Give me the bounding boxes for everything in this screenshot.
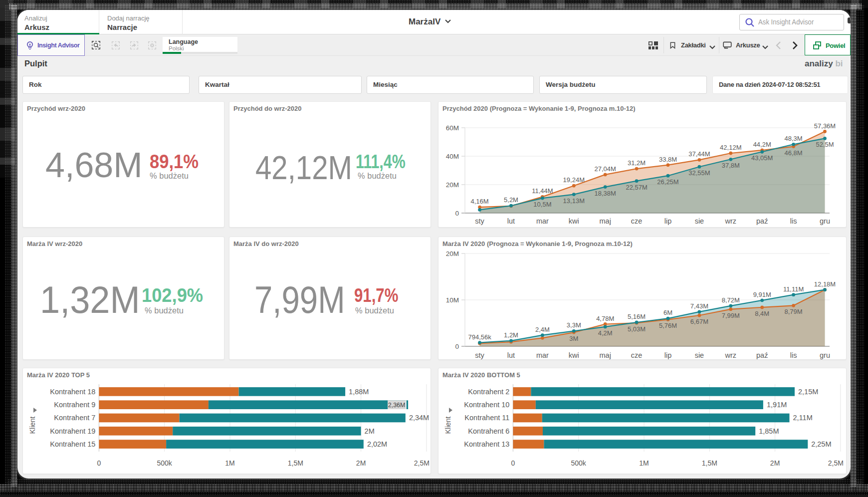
svg-text:wrz: wrz	[725, 351, 737, 359]
svg-text:Kontrahent 13: Kontrahent 13	[464, 440, 509, 448]
svg-text:2,02M: 2,02M	[367, 440, 387, 448]
svg-text:22,57M: 22,57M	[626, 184, 647, 191]
svg-text:kwi: kwi	[569, 351, 579, 359]
svg-text:48,3M: 48,3M	[785, 135, 803, 142]
svg-text:5,16M: 5,16M	[628, 313, 646, 320]
svg-text:Klient: Klient	[444, 416, 452, 434]
svg-text:1M: 1M	[225, 459, 234, 467]
svg-text:mar: mar	[536, 217, 549, 225]
svg-text:7,43M: 7,43M	[690, 302, 708, 310]
svg-text:19,24M: 19,24M	[563, 176, 585, 184]
svg-text:5,03M: 5,03M	[628, 325, 646, 333]
svg-text:10,5M: 10,5M	[533, 201, 551, 208]
svg-text:0: 0	[455, 210, 459, 217]
svg-text:8,72M: 8,72M	[722, 296, 740, 304]
svg-text:Kontrahent 2: Kontrahent 2	[468, 388, 509, 396]
svg-text:60M: 60M	[446, 124, 459, 132]
svg-text:18,38M: 18,38M	[595, 190, 616, 197]
svg-text:lip: lip	[664, 351, 672, 359]
svg-text:cze: cze	[631, 351, 643, 359]
svg-text:cze: cze	[631, 217, 643, 225]
svg-text:4,78M: 4,78M	[596, 315, 614, 322]
svg-text:6M: 6M	[663, 309, 672, 316]
svg-text:maj: maj	[600, 351, 611, 359]
svg-text:2,4M: 2,4M	[535, 326, 550, 333]
svg-text:9,91M: 9,91M	[753, 291, 771, 298]
svg-text:1,5M: 1,5M	[702, 459, 717, 467]
svg-text:sie: sie	[695, 351, 704, 359]
svg-text:1,85M: 1,85M	[759, 427, 779, 435]
svg-text:500k: 500k	[157, 459, 173, 467]
svg-text:1,5M: 1,5M	[288, 459, 303, 467]
svg-text:sie: sie	[695, 217, 704, 225]
svg-text:1,88M: 1,88M	[349, 388, 369, 396]
svg-text:Kontrahent 19: Kontrahent 19	[50, 427, 95, 435]
svg-text:lut: lut	[507, 351, 515, 359]
svg-text:wrz: wrz	[725, 217, 737, 225]
svg-text:40M: 40M	[446, 153, 459, 160]
svg-text:27,04M: 27,04M	[595, 165, 616, 173]
svg-text:8,79M: 8,79M	[785, 308, 803, 315]
svg-text:sty: sty	[475, 351, 484, 359]
svg-text:6,67M: 6,67M	[690, 318, 708, 325]
svg-text:0: 0	[97, 459, 101, 467]
svg-text:26,25M: 26,25M	[657, 178, 678, 186]
svg-text:8,4M: 8,4M	[755, 310, 769, 317]
svg-text:20M: 20M	[446, 181, 459, 189]
svg-text:sty: sty	[475, 217, 484, 225]
svg-text:gru: gru	[820, 217, 830, 225]
svg-text:794,56k: 794,56k	[468, 333, 491, 341]
svg-text:37,44M: 37,44M	[688, 150, 710, 158]
svg-text:57,36M: 57,36M	[814, 122, 836, 130]
svg-text:Kontrahent 18: Kontrahent 18	[50, 388, 95, 396]
svg-text:2M: 2M	[356, 459, 366, 467]
svg-text:3,3M: 3,3M	[567, 321, 581, 329]
svg-text:2,15M: 2,15M	[798, 388, 818, 396]
svg-text:lip: lip	[664, 217, 672, 225]
svg-text:2,25M: 2,25M	[811, 440, 831, 448]
svg-text:7,99M: 7,99M	[722, 312, 740, 319]
svg-text:kwi: kwi	[569, 217, 579, 225]
svg-text:32,55M: 32,55M	[688, 169, 710, 177]
svg-text:mar: mar	[536, 351, 549, 359]
svg-text:11,44M: 11,44M	[532, 187, 553, 195]
svg-text:0: 0	[455, 343, 459, 350]
svg-text:33,8M: 33,8M	[659, 156, 677, 163]
svg-text:Kontrahent 15: Kontrahent 15	[50, 440, 95, 448]
svg-text:31,2M: 31,2M	[628, 159, 646, 167]
svg-text:4,2M: 4,2M	[598, 329, 613, 337]
svg-text:20M: 20M	[446, 250, 459, 257]
svg-text:paź: paź	[756, 351, 768, 359]
svg-text:11,11M: 11,11M	[783, 285, 804, 293]
svg-text:10M: 10M	[446, 296, 459, 304]
svg-text:Kontrahent 10: Kontrahent 10	[464, 401, 509, 409]
svg-text:2,5M: 2,5M	[414, 459, 430, 467]
svg-text:3M: 3M	[569, 335, 578, 342]
svg-text:12,18M: 12,18M	[814, 280, 836, 288]
svg-text:lis: lis	[790, 351, 797, 359]
svg-text:0: 0	[511, 459, 515, 467]
svg-text:2,5M: 2,5M	[828, 459, 844, 467]
svg-text:Klient: Klient	[28, 416, 36, 434]
svg-text:1,2M: 1,2M	[504, 331, 518, 339]
svg-text:maj: maj	[600, 217, 611, 225]
svg-text:2M: 2M	[770, 459, 780, 467]
svg-text:5,76M: 5,76M	[659, 322, 677, 329]
svg-text:2,36M: 2,36M	[388, 402, 406, 409]
svg-text:44,2M: 44,2M	[753, 141, 771, 148]
svg-text:2M: 2M	[365, 427, 375, 435]
svg-text:gru: gru	[820, 351, 830, 359]
svg-text:1,91M: 1,91M	[767, 401, 787, 409]
svg-text:2,11M: 2,11M	[793, 414, 813, 422]
svg-text:lut: lut	[507, 217, 515, 225]
svg-text:500k: 500k	[571, 459, 587, 467]
svg-text:Kontrahent 6: Kontrahent 6	[468, 427, 509, 435]
svg-text:2,34M: 2,34M	[409, 414, 429, 422]
svg-text:37,8M: 37,8M	[722, 162, 740, 169]
svg-text:46,8M: 46,8M	[785, 149, 803, 157]
svg-text:Kontrahent 11: Kontrahent 11	[464, 414, 509, 422]
svg-text:paź: paź	[756, 217, 768, 225]
svg-text:43,05M: 43,05M	[751, 154, 773, 162]
svg-text:4,16M: 4,16M	[471, 198, 489, 205]
svg-text:42,12M: 42,12M	[720, 144, 741, 151]
